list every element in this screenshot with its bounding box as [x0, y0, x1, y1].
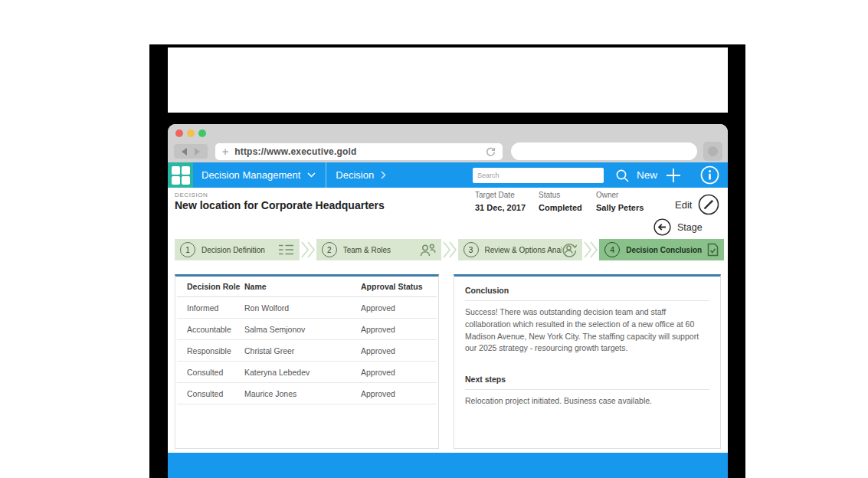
info-button[interactable]: [700, 165, 719, 185]
owner-label: Owner: [596, 191, 644, 199]
document-check-icon: [707, 243, 719, 257]
cell-role: Consulted: [177, 368, 244, 377]
edit-button[interactable]: Edit: [675, 194, 719, 215]
search-button[interactable]: [613, 166, 631, 185]
list-icon: [278, 244, 294, 256]
table-row: Consulted Kateryna Lebedev Approved: [177, 362, 437, 383]
stage-name: Team & Roles: [343, 246, 391, 254]
table-row: Accountable Salma Semjonov Approved: [177, 319, 437, 340]
page-title: New location for Corporate Headquarters: [175, 199, 385, 211]
browser-profile-button[interactable]: [703, 142, 722, 161]
cell-status: Approved: [361, 346, 437, 355]
search-icon: [615, 169, 630, 183]
browser-chrome: + https://www.executive.gold: [168, 124, 728, 162]
stage-number: 2: [322, 242, 337, 257]
cell-status: Approved: [361, 368, 437, 377]
info-icon: [700, 165, 719, 185]
stage-back-control: Stage: [653, 218, 703, 236]
chevron-right-icon: [381, 171, 386, 179]
search-input[interactable]: [473, 168, 604, 183]
stage-team-roles[interactable]: 2 Team & Roles: [316, 239, 441, 260]
stage-separator-chevrons-icon: [582, 239, 599, 260]
add-icon: +: [222, 146, 228, 157]
stage-decision-definition[interactable]: 1 Decision Definition: [175, 239, 300, 260]
app-navbar: Decision Management Decision New: [168, 162, 728, 188]
refresh-icon[interactable]: [486, 147, 496, 157]
cell-status: Approved: [361, 325, 437, 334]
cell-role: Accountable: [177, 325, 244, 334]
new-button[interactable]: New: [637, 162, 681, 188]
address-bar[interactable]: + https://www.executive.gold: [215, 143, 503, 160]
column-name: Name: [244, 282, 361, 291]
column-approval-status: Approval Status: [361, 282, 437, 291]
table-header-row: Decision Role Name Approval Status: [177, 277, 437, 297]
target-date-label: Target Date: [475, 191, 526, 199]
new-button-label: New: [637, 169, 657, 181]
back-button[interactable]: [182, 148, 187, 156]
owner-field: Owner Sally Peters: [596, 191, 644, 212]
stage-number: 1: [180, 242, 195, 257]
conclusion-body: Success! There was outstanding decision …: [465, 301, 709, 355]
cell-name: Salma Semjonov: [244, 325, 361, 334]
next-steps-body: Relocation project initiated. Business c…: [465, 390, 709, 408]
minimize-window-button[interactable]: [187, 129, 195, 137]
cell-name: Ron Wolford: [244, 303, 361, 313]
footer-bar: [168, 453, 728, 478]
cell-name: Maurice Jones: [244, 389, 361, 398]
plus-icon: [666, 168, 681, 183]
stage-number: 4: [604, 242, 620, 257]
decision-content: DECISION New location for Corporate Head…: [168, 188, 728, 453]
cell-status: Approved: [361, 303, 437, 313]
target-date-value: 31 Dec, 2017: [475, 203, 526, 212]
table-row: Responsible Christal Greer Approved: [177, 340, 437, 362]
team-people-icon: [419, 244, 436, 257]
cell-role: Consulted: [177, 389, 244, 398]
app-menu-label: Decision Management: [201, 169, 300, 181]
next-steps-title: Next steps: [465, 375, 709, 390]
blank-top-card: [168, 47, 728, 113]
url-text: https://www.executive.gold: [234, 146, 356, 157]
table-row: Informed Ron Wolford Approved: [177, 297, 437, 319]
cell-status: Approved: [361, 389, 437, 398]
stage-progress-bar: 1 Decision Definition 2 Team & Roles: [175, 239, 724, 260]
stage-label: Stage: [677, 222, 703, 233]
target-date-field: Target Date 31 Dec, 2017: [475, 191, 526, 212]
stage-number: 3: [463, 242, 479, 257]
cell-name: Kateryna Lebedev: [244, 368, 361, 377]
stage-review-options-analysis[interactable]: 3 Review & Options Analysis: [458, 239, 583, 260]
status-value: Completed: [539, 203, 582, 212]
zoom-window-button[interactable]: [198, 129, 206, 137]
chevron-down-icon: [307, 172, 316, 178]
cell-name: Christal Greer: [244, 346, 361, 355]
back-arrow-icon[interactable]: [653, 218, 671, 236]
breadcrumb-label: Decision: [336, 169, 374, 181]
table-row: Consulted Maurice Jones Approved: [177, 383, 437, 404]
status-label: Status: [539, 191, 582, 199]
stage-name: Review & Options Analysis: [485, 246, 562, 254]
forward-button[interactable]: [195, 148, 200, 156]
cell-role: Responsible: [177, 346, 244, 355]
stage-name: Decision Conclusion: [626, 246, 702, 254]
breadcrumb-decision[interactable]: Decision: [326, 162, 395, 188]
edit-button-label: Edit: [675, 199, 692, 211]
conclusion-title: Conclusion: [465, 286, 709, 301]
browser-nav-buttons: [174, 144, 208, 159]
owner-value: Sally Peters: [596, 203, 644, 212]
person-refresh-icon: [562, 242, 577, 257]
cell-role: Informed: [177, 303, 244, 313]
pencil-icon: [698, 194, 719, 215]
stage-separator-chevrons-icon: [300, 239, 316, 260]
roles-panel: Decision Role Name Approval Status Infor…: [175, 274, 439, 449]
stage-name: Decision Definition: [201, 246, 265, 254]
close-window-button[interactable]: [175, 129, 183, 137]
app-menu-decision-management[interactable]: Decision Management: [193, 162, 326, 188]
browser-window: + https://www.executive.gold Decision Ma…: [168, 124, 728, 478]
profile-circle-icon: [708, 146, 718, 156]
stage-separator-chevrons-icon: [441, 239, 458, 260]
app-grid-icon[interactable]: [168, 162, 193, 188]
column-decision-role: Decision Role: [177, 282, 244, 291]
decision-eyebrow: DECISION: [175, 192, 208, 198]
status-field: Status Completed: [539, 191, 582, 212]
stage-decision-conclusion[interactable]: 4 Decision Conclusion: [599, 239, 724, 260]
browser-search-field[interactable]: [511, 142, 697, 160]
